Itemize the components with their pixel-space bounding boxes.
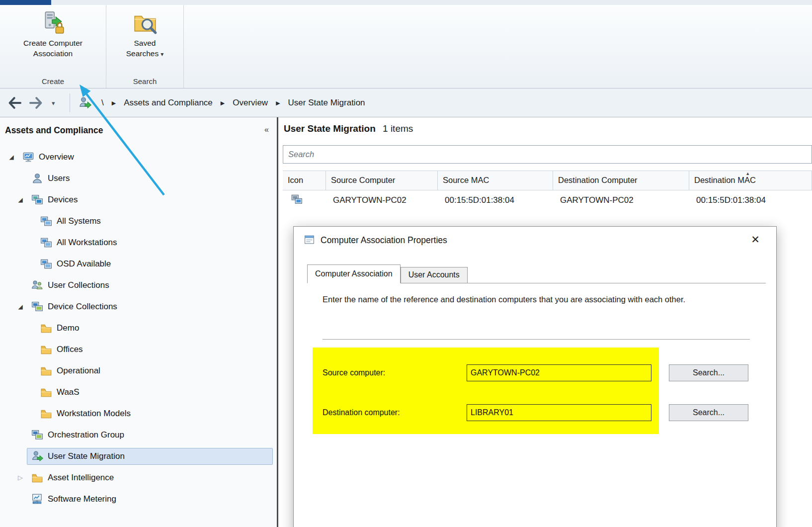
breadcrumb-user-state-migration[interactable]: User State Migration [288,98,365,108]
items-count: 1 items [383,123,413,134]
ribbon-group-search: Saved Searches▾ Search [106,5,184,88]
column-header-source-mac[interactable]: Source MAC [438,171,553,190]
sidebar-item-user-state-migration[interactable]: User State Migration [0,445,277,467]
tree-row-content: All Systems [36,213,105,230]
button-label-line1: Saved [106,38,183,48]
sidebar-item-label: OSD Available [57,259,111,269]
tab-user-accounts[interactable]: User Accounts [401,267,468,283]
chevron-down-icon: ▾ [161,51,163,58]
saved-searches-label: Searches [126,49,159,58]
folder-icon [40,365,52,377]
forward-arrow-icon[interactable] [28,95,44,111]
tree-row-content: OSD Available [36,256,115,272]
dialog-instruction: Enter the name of the reference and dest… [323,294,720,306]
expander-icon[interactable]: ▷ [14,474,27,481]
page-title: User State Migration 1 items [284,123,413,134]
breadcrumb-separator-icon: ▶ [221,100,225,106]
tree-row-content: WaaS [36,384,84,401]
source-computer-field[interactable] [467,364,651,381]
expander-icon[interactable]: ◢ [14,303,27,310]
sidebar-item-waas[interactable]: WaaS [0,381,277,403]
sidebar-item-software-metering[interactable]: Software Metering [0,488,277,510]
cell-source-computer: GARYTOWN-PC02 [326,195,438,205]
sidebar-item-all-systems[interactable]: All Systems [0,210,277,232]
sidebar-item-operational[interactable]: Operational [0,360,277,381]
back-arrow-icon[interactable] [7,95,23,111]
ribbon-tab-stub[interactable] [0,0,51,5]
sidebar-item-workstation-models[interactable]: Workstation Models [0,403,277,424]
table-row[interactable]: GARYTOWN-PC02 00:15:5D:01:38:04 GARYTOWN… [283,190,812,210]
tab-computer-association[interactable]: Computer Association [307,264,401,283]
sidebar-item-label: All Systems [57,216,101,226]
column-header-label: Destination MAC [694,176,756,184]
computer-association-properties-dialog: Computer Association Properties ✕ Comput… [293,226,777,527]
sidebar-item-label: Offices [57,345,83,354]
expander-icon[interactable]: ◢ [5,154,18,161]
collection-icon [40,237,52,249]
sidebar-item-offices[interactable]: Offices [0,339,277,360]
user-state-migration-node-icon [79,96,91,109]
sidebar-item-device-collections[interactable]: ◢ Device Collections [0,296,277,317]
sidebar-item-asset-intelligence[interactable]: ▷ Asset Intelligence [0,467,277,488]
tree-row-content: Device Collections [27,298,122,315]
breadcrumb-root[interactable]: \ [101,98,104,108]
sidebar-item-overview[interactable]: ◢ Overview [0,146,277,168]
column-header-icon[interactable]: Icon [283,171,326,190]
server-lock-icon [41,11,66,36]
folder-icon [40,322,52,334]
saved-searches-button[interactable]: Saved Searches▾ [106,8,183,74]
tree-row-content: Workstation Models [36,405,135,422]
devices-icon [31,194,43,206]
column-header-destination-computer[interactable]: Destination Computer [553,171,689,190]
search-input[interactable] [283,146,812,163]
destination-computer-field[interactable] [467,404,651,421]
breadcrumb-assets-and-compliance[interactable]: Assets and Compliance [124,98,213,108]
sidebar-item-orchestration-group[interactable]: Orchestration Group [0,424,277,445]
nav-dropdown-caret-icon[interactable]: ▾ [52,99,55,107]
sidebar-item-demo[interactable]: Demo [0,317,277,339]
tree-row-content: Software Metering [27,491,121,508]
sidebar-item-osd-available[interactable]: OSD Available [0,253,277,274]
user-collections-icon [31,279,43,291]
sidebar-item-all-workstations[interactable]: All Workstations [0,232,277,253]
titlebar-sliver [0,0,812,5]
sidebar-item-label: Users [48,174,70,183]
sidebar-item-label: Devices [48,195,78,205]
collapse-sidebar-icon[interactable]: « [264,125,269,134]
column-header-destination-mac[interactable]: ▲ Destination MAC [689,171,812,190]
column-header-source-computer[interactable]: Source Computer [326,171,438,190]
breadcrumb-overview[interactable]: Overview [233,98,268,108]
folder-search-icon [133,11,158,36]
ribbon-group-label-create: Create [0,77,106,86]
create-computer-association-button[interactable]: Create Computer Association [0,8,106,74]
sidebar-item-label: Software Metering [48,494,116,504]
sidebar-item-label: WaaS [57,387,80,397]
software-metering-icon [31,493,43,505]
page-title-text: User State Migration [284,123,376,134]
sidebar-item-label: Demo [57,323,79,333]
dialog-tabs: Computer Association User Accounts [307,264,468,283]
cell-destination-mac: 00:15:5D:01:38:04 [689,195,812,205]
source-search-button[interactable]: Search... [669,364,748,381]
sort-ascending-icon: ▲ [745,171,750,176]
breadcrumb-bar: ▾ \ ▶ Assets and Compliance ▶ Overview ▶… [0,88,812,117]
destination-search-button[interactable]: Search... [669,404,748,421]
sccm-console: Create Computer Association Create Saved… [0,0,812,527]
dialog-title: Computer Association Properties [321,235,447,246]
sidebar-item-devices[interactable]: ◢ Devices [0,189,277,210]
tree-row-content: User Collections [27,277,114,294]
sidebar-item-label: Operational [57,366,100,376]
expander-icon[interactable]: ◢ [14,196,27,203]
user-arrow-icon [31,450,43,462]
device-icon [291,193,303,205]
breadcrumb-separator-icon: ▶ [112,100,116,106]
ribbon-group-label-search: Search [106,77,183,86]
navigation-sidebar: Assets and Compliance « ◢ Overview Users… [0,117,278,527]
close-icon[interactable]: ✕ [748,233,762,247]
cell-source-mac: 00:15:5D:01:38:04 [438,195,553,205]
tree-row-content: Overview [18,149,79,166]
list-search-box [283,145,812,164]
sidebar-item-users[interactable]: Users [0,168,277,189]
sidebar-item-user-collections[interactable]: User Collections [0,274,277,296]
ribbon-group-create: Create Computer Association Create [0,5,106,88]
